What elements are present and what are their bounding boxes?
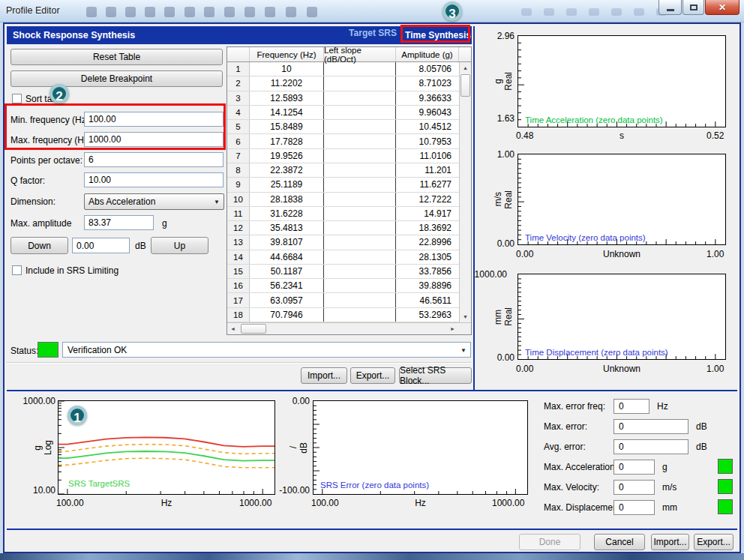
table-cell[interactable]: 22.8996 <box>396 235 459 249</box>
dimension-dropdown[interactable]: Abs Acceleration ▼ <box>84 193 224 210</box>
result-value-field[interactable]: 0 <box>614 439 688 454</box>
table-row[interactable]: 312.58939.36633 <box>227 91 459 106</box>
table-cell[interactable] <box>324 193 396 206</box>
table-header-frequency[interactable]: Frequency (Hz) <box>250 47 324 61</box>
table-cell[interactable]: 9.96043 <box>396 106 459 119</box>
table-cell[interactable]: 46.5611 <box>396 293 459 307</box>
table-cell[interactable]: 33.7856 <box>396 265 459 278</box>
table-cell[interactable] <box>324 308 396 322</box>
table-cell[interactable]: 13 <box>227 235 250 249</box>
table-row[interactable]: 719.952611.0106 <box>227 149 459 163</box>
table-cell[interactable]: 53.2963 <box>396 308 459 322</box>
table-cell[interactable] <box>324 279 396 292</box>
table-cell[interactable]: 50.1187 <box>250 265 324 278</box>
table-row[interactable]: 1444.668428.1305 <box>227 250 459 265</box>
table-row[interactable]: 1028.183812.7222 <box>227 193 459 207</box>
table-cell[interactable] <box>324 91 396 105</box>
points-per-octave-field[interactable]: 6 <box>84 152 224 167</box>
table-cell[interactable]: 2 <box>227 76 250 90</box>
table-cell[interactable]: 31.6228 <box>250 207 324 220</box>
table-cell[interactable]: 63.0957 <box>250 293 324 307</box>
table-cell[interactable] <box>324 149 396 163</box>
table-header-amplitude[interactable]: Amplitude (g) <box>396 47 459 61</box>
table-cell[interactable]: 11 <box>227 207 250 220</box>
table-row[interactable]: 414.12549.96043 <box>227 106 459 120</box>
table-cell[interactable]: 39.8896 <box>396 279 459 292</box>
max-amplitude-field[interactable]: 83.37 <box>84 215 154 230</box>
up-button[interactable]: Up <box>151 237 208 254</box>
table-cell[interactable]: 3 <box>227 91 250 105</box>
table-header-left-slope[interactable]: Left slope (dB/Oct) <box>324 47 396 61</box>
down-button[interactable]: Down <box>10 237 68 254</box>
table-cell[interactable]: 7 <box>227 149 250 163</box>
table-cell[interactable]: 35.4813 <box>250 221 324 235</box>
table-row[interactable]: 515.848910.4512 <box>227 120 459 134</box>
table-cell[interactable]: 39.8107 <box>250 235 324 249</box>
table-cell[interactable]: 18 <box>227 308 250 322</box>
table-cell[interactable]: 12 <box>227 221 250 235</box>
q-factor-field[interactable]: 10.00 <box>84 172 224 187</box>
min-frequency-field[interactable]: 100.00 <box>84 112 224 127</box>
table-row[interactable]: 1550.118733.7856 <box>227 265 459 279</box>
srs-export-button[interactable]: Export... <box>350 367 395 384</box>
table-cell[interactable]: 12.5893 <box>250 91 324 105</box>
table-cell[interactable]: 19.9526 <box>250 149 324 163</box>
minimize-button[interactable] <box>658 0 682 15</box>
select-srs-block-button[interactable]: Select SRS Block... <box>399 367 472 384</box>
footer-import-button[interactable]: Import... <box>651 534 689 550</box>
table-cell[interactable]: 22.3872 <box>250 163 324 177</box>
reset-table-button[interactable]: Reset Table <box>10 49 223 65</box>
table-row[interactable]: 925.118911.6277 <box>227 178 459 192</box>
table-header-index[interactable] <box>227 47 250 61</box>
result-value-field[interactable]: 0 <box>614 480 655 495</box>
table-cell[interactable]: 8.71023 <box>396 76 459 90</box>
table-cell[interactable] <box>324 120 396 133</box>
table-cell[interactable]: 56.2341 <box>250 279 324 292</box>
table-cell[interactable]: 10.4512 <box>396 120 459 133</box>
table-cell[interactable]: 10 <box>227 193 250 206</box>
table-cell[interactable]: 11.2202 <box>250 76 324 90</box>
table-cell[interactable]: 8.05706 <box>396 62 459 76</box>
table-row[interactable]: 1763.095746.5611 <box>227 293 459 307</box>
cancel-button[interactable]: Cancel <box>594 534 645 550</box>
horizontal-scroll-thumb[interactable] <box>241 324 266 334</box>
table-cell[interactable]: 28.1305 <box>396 250 459 264</box>
table-row[interactable]: 211.22028.71023 <box>227 76 459 91</box>
table-cell[interactable]: 11.0106 <box>396 149 459 163</box>
footer-export-button[interactable]: Export... <box>694 534 734 550</box>
table-cell[interactable]: 4 <box>227 106 250 119</box>
table-row[interactable]: 1108.05706 <box>227 62 459 76</box>
srs-import-button[interactable]: Import... <box>301 367 347 384</box>
table-cell[interactable] <box>324 250 396 264</box>
table-row[interactable]: 1339.810722.8996 <box>227 235 459 250</box>
status-dropdown[interactable]: Verification OK ▼ <box>62 342 471 358</box>
max-frequency-field[interactable]: 1000.00 <box>84 132 224 147</box>
delete-breakpoint-button[interactable]: Delete Breakpoint <box>10 70 223 87</box>
window-titlebar[interactable]: Profile Editor ✕ <box>0 0 744 22</box>
table-cell[interactable] <box>324 76 396 90</box>
table-cell[interactable]: 8 <box>227 163 250 177</box>
shift-db-field[interactable]: 0.00 <box>72 238 130 253</box>
table-row[interactable]: 617.782810.7953 <box>227 134 459 148</box>
result-value-field[interactable]: 0 <box>614 399 650 414</box>
close-button[interactable]: ✕ <box>705 0 740 15</box>
table-cell[interactable]: 25.1189 <box>250 178 324 191</box>
table-cell[interactable]: 28.1838 <box>250 193 324 206</box>
table-vertical-scrollbar[interactable]: ▲ ▼ <box>459 62 471 322</box>
table-cell[interactable]: 16 <box>227 279 250 292</box>
tab-target-srs[interactable]: Target SRS <box>344 24 402 42</box>
table-cell[interactable]: 5 <box>227 120 250 133</box>
table-cell[interactable]: 44.6684 <box>250 250 324 264</box>
table-cell[interactable] <box>324 235 396 249</box>
maximize-button[interactable] <box>682 0 704 15</box>
table-row[interactable]: 1656.234139.8896 <box>227 279 459 293</box>
table-cell[interactable] <box>324 62 396 76</box>
table-cell[interactable]: 17.7828 <box>250 134 324 148</box>
table-cell[interactable] <box>324 221 396 235</box>
table-row[interactable]: 1870.794653.2963 <box>227 308 459 322</box>
table-cell[interactable] <box>324 265 396 278</box>
table-cell[interactable]: 1 <box>227 62 250 76</box>
table-row[interactable]: 1235.481318.3692 <box>227 221 459 235</box>
table-cell[interactable]: 6 <box>227 134 250 148</box>
table-cell[interactable]: 11.201 <box>396 163 459 177</box>
